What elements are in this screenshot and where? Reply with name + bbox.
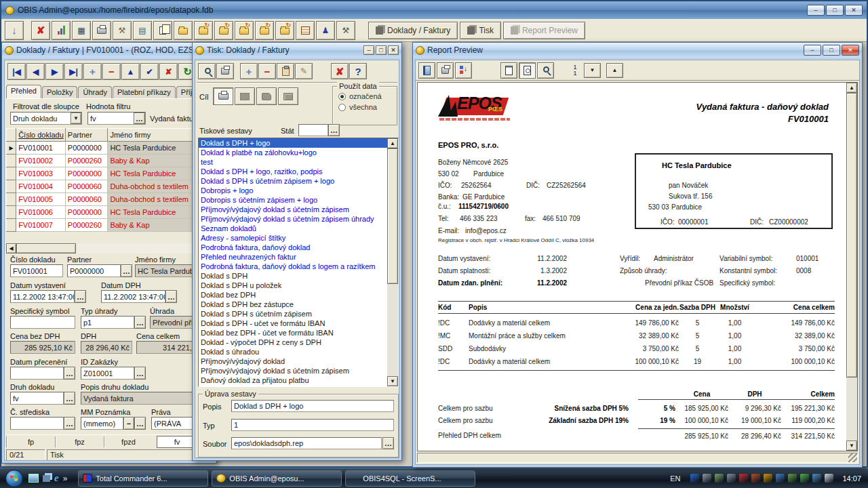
- restore-o-button[interactable]: [194, 21, 213, 40]
- delete-record-button[interactable]: −: [102, 63, 121, 80]
- restore-all-button[interactable]: [275, 21, 294, 40]
- edit-report-button[interactable]: ✎: [295, 63, 313, 79]
- nav-tisk[interactable]: Tisk: [460, 22, 501, 39]
- protocol-button[interactable]: ▤: [133, 21, 152, 40]
- radio-icon[interactable]: [338, 93, 346, 100]
- print-button[interactable]: [92, 21, 111, 40]
- chevron-icon[interactable]: »: [63, 474, 68, 483]
- stat-lookup-button[interactable]: [328, 124, 340, 136]
- lookup-button[interactable]: [75, 290, 86, 303]
- bluetooth-icon[interactable]: [690, 474, 699, 483]
- preview-titlebar[interactable]: Report Preview: [413, 43, 862, 58]
- next-record-button[interactable]: ▶: [45, 63, 64, 80]
- chevron-down-icon[interactable]: [71, 113, 81, 124]
- reports-scrollbar[interactable]: [387, 138, 398, 386]
- list-item[interactable]: Dobropis s účetním zápisem + logo: [199, 195, 387, 205]
- lookup-button[interactable]: [134, 316, 146, 329]
- prior-record-button[interactable]: ◀: [26, 63, 45, 80]
- tab-p-ehled[interactable]: Přehled: [6, 85, 41, 98]
- list-item[interactable]: Seznam dokladů: [199, 224, 387, 233]
- target-printer-button[interactable]: [213, 87, 233, 105]
- zoom-button[interactable]: [537, 62, 554, 79]
- lookup-button[interactable]: [134, 367, 146, 380]
- field--slo-dokladu[interactable]: FV010001: [10, 264, 63, 277]
- list-item[interactable]: Doklad s DPH s účetním zápisem: [199, 309, 387, 319]
- list-item[interactable]: Adresy - samolepicí štítky: [199, 233, 387, 243]
- table-row[interactable]: FV010005P0000060Duha-obchod s textilem: [7, 193, 215, 206]
- radio-option-všechna[interactable]: všechna: [338, 103, 397, 111]
- cancel-record-button[interactable]: ✘: [159, 63, 178, 80]
- type-button-fpz[interactable]: fpz: [55, 436, 104, 447]
- export-button[interactable]: [455, 62, 472, 79]
- next-page-button[interactable]: [584, 63, 601, 78]
- field-id-zak-zky[interactable]: Z010001: [81, 367, 134, 380]
- field-datum-dph[interactable]: 11.2.2002 13:47:00: [101, 290, 165, 303]
- lookup-button[interactable]: [64, 392, 75, 405]
- field--st-ediska[interactable]: [10, 417, 64, 430]
- statistics-button[interactable]: [52, 21, 71, 40]
- list-item[interactable]: Daňový doklad za přijatou platbu: [199, 375, 387, 385]
- print-button[interactable]: [216, 63, 234, 79]
- list-item[interactable]: Doklad bez DPH - účet ve formátu IBAN: [199, 328, 387, 338]
- list-item[interactable]: Příjmový/výdajový doklad: [199, 357, 387, 366]
- minimize-button[interactable]: [804, 45, 821, 56]
- paste-report-button[interactable]: [277, 63, 294, 79]
- scroll-left-button[interactable]: [6, 243, 16, 253]
- table-row[interactable]: FV010006P0000000HC Tesla Pardubice: [7, 206, 215, 219]
- doklady-titlebar[interactable]: Doklady / Faktury | FV010001 - (ROZ, HOD…: [2, 43, 216, 58]
- print-button[interactable]: [437, 62, 454, 79]
- help-button[interactable]: ?: [349, 63, 367, 79]
- restore-u-button[interactable]: [255, 21, 274, 40]
- copy-button[interactable]: [153, 21, 172, 40]
- typ-input[interactable]: 1: [231, 419, 394, 431]
- scroll-down-button[interactable]: [387, 376, 398, 386]
- scroll-up-button[interactable]: [387, 138, 398, 148]
- language-indicator[interactable]: EN: [670, 474, 680, 483]
- scroll-up-button[interactable]: [846, 83, 857, 93]
- table-row[interactable]: FV010004P0000060Duha-obchod s textilem: [7, 180, 215, 193]
- type-button-fp[interactable]: fp: [6, 436, 55, 447]
- power-icon[interactable]: [800, 474, 809, 483]
- tab-platebn-p-kazy[interactable]: Platební příkazy: [113, 86, 176, 98]
- whole-page-button[interactable]: [500, 62, 517, 79]
- table-row[interactable]: FV010003P0000000HC Tesla Pardubice: [7, 167, 215, 180]
- grid-column-header[interactable]: Partner: [65, 129, 108, 142]
- radio-option-označená[interactable]: označená: [338, 92, 397, 100]
- list-item[interactable]: Doklad - výpočet DPH z ceny s DPH: [199, 338, 387, 347]
- safely-remove-icon[interactable]: [788, 474, 797, 483]
- first-record-button[interactable]: |◀: [7, 63, 26, 80]
- volume-icon[interactable]: [825, 474, 833, 483]
- target-file-button[interactable]: [256, 87, 277, 105]
- service-button[interactable]: ⚒: [113, 21, 132, 40]
- radio-icon[interactable]: [338, 104, 346, 111]
- user-button[interactable]: ♟: [316, 21, 335, 40]
- close-button[interactable]: ✘: [331, 63, 349, 79]
- row-selector[interactable]: [7, 180, 16, 193]
- field-partner[interactable]: P0000000: [67, 264, 121, 277]
- tisk-titlebar[interactable]: Tisk: Doklady / Faktury: [193, 43, 401, 58]
- list-item[interactable]: Příjmový/výdajový doklad s účetním zápis…: [199, 214, 387, 224]
- archive-button[interactable]: [174, 21, 193, 40]
- lookup-button[interactable]: [134, 417, 146, 430]
- filter-column-select[interactable]: Druh dokladu: [10, 112, 82, 125]
- list-item[interactable]: Doklad s DPH + logo, razitko, podpis: [199, 167, 387, 176]
- field-datum-vystaven-[interactable]: 11.2.2002 13:47:00: [10, 290, 75, 303]
- clock[interactable]: 14:07: [842, 474, 861, 483]
- close-preview-button[interactable]: [418, 62, 435, 79]
- taskbar-button[interactable]: OBIS Admin@eposu...: [212, 470, 342, 487]
- restore-button[interactable]: [823, 45, 840, 56]
- preview-scrollbar[interactable]: [846, 83, 857, 451]
- reports-listbox[interactable]: Doklad s DPH + logoDoklad k platbě na zá…: [198, 138, 399, 387]
- prev-page-button[interactable]: [606, 63, 623, 78]
- list-item[interactable]: Doklad s DPH + logo: [199, 138, 387, 148]
- grid-column-header[interactable]: Číslo dokladu: [16, 129, 66, 142]
- edit-record-button[interactable]: ▲: [121, 63, 140, 80]
- restore-button[interactable]: [376, 45, 387, 55]
- list-item[interactable]: test: [199, 157, 387, 167]
- scroll-thumb[interactable]: [846, 93, 857, 378]
- list-item[interactable]: Doklad bez DPH: [199, 290, 387, 300]
- exit-button[interactable]: ↓: [5, 21, 24, 40]
- soubor-lookup-button[interactable]: [382, 437, 394, 449]
- start-button[interactable]: [5, 470, 23, 487]
- resize-grip[interactable]: [848, 453, 857, 462]
